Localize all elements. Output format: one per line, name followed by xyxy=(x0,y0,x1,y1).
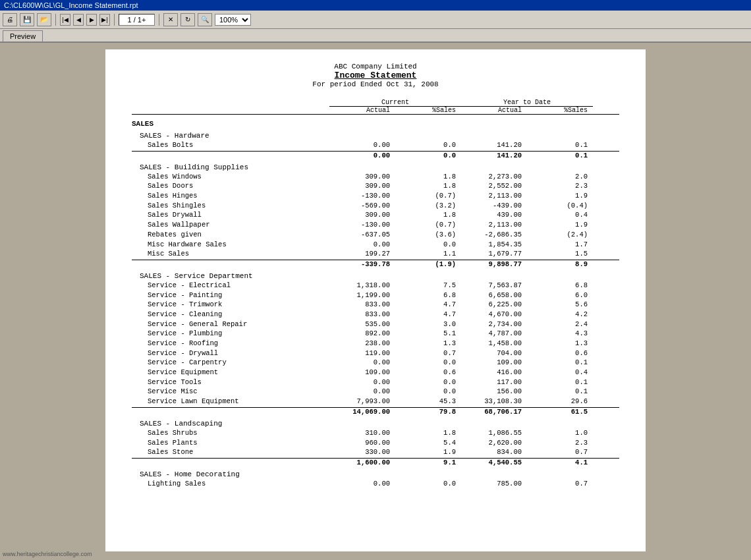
total-label xyxy=(132,152,329,159)
row-ytd-actual: 1,458.00 xyxy=(461,339,527,349)
sep3 xyxy=(159,14,159,26)
total-curr-actual: 14,069.00 xyxy=(329,408,395,416)
nav-last-btn[interactable]: ▶| xyxy=(99,14,110,26)
row-ytd-actual: -2,686.35 xyxy=(461,230,527,240)
table-row: Service - Plumbing 892.00 5.1 4,787.00 4… xyxy=(132,329,619,339)
row-curr-actual: 0.00 xyxy=(329,479,395,489)
row-curr-pct: 0.0 xyxy=(395,358,461,368)
row-curr-pct: 0.0 xyxy=(395,240,461,250)
row-label: Service - Trimwork xyxy=(132,300,329,310)
refresh-btn[interactable]: ↻ xyxy=(181,13,195,26)
landscaping-total: 1,600.00 9.1 4,540.55 4.1 xyxy=(132,458,619,466)
row-label: Service - Drywall xyxy=(132,349,329,358)
row-ytd-pct: 1.3 xyxy=(527,339,593,349)
table-row: Service - Painting 1,199.00 6.8 6,658.00… xyxy=(132,291,619,300)
total-curr-pct: 9.1 xyxy=(395,459,461,466)
row-label: Sales Drywall xyxy=(132,210,329,220)
row-curr-pct: 0.0 xyxy=(395,378,461,387)
row-label: Sales Windows xyxy=(132,172,329,182)
row-ytd-pct: 5.6 xyxy=(527,300,593,310)
row-curr-actual: 309.00 xyxy=(329,181,395,191)
row-ytd-actual: 4,787.00 xyxy=(461,329,527,339)
row-label: Service - Painting xyxy=(132,291,329,300)
page-input[interactable]: 1 / 1+ xyxy=(119,14,155,26)
row-ytd-actual: 33,108.30 xyxy=(461,397,527,406)
total-ytd-pct: 4.1 xyxy=(527,459,593,466)
row-curr-pct: 4.7 xyxy=(395,310,461,320)
row-ytd-actual: 2,273.00 xyxy=(461,172,527,182)
total-curr-pct: 0.0 xyxy=(395,152,461,159)
row-ytd-actual: 7,563.87 xyxy=(461,281,527,291)
table-row: Rebates given -637.05 (3.6) -2,686.35 (2… xyxy=(132,230,619,240)
row-curr-actual: 960.00 xyxy=(329,438,395,448)
row-label: Service - General Repair xyxy=(132,320,329,329)
row-ytd-actual: 109.00 xyxy=(461,358,527,368)
row-ytd-actual: 6,225.00 xyxy=(461,300,527,310)
row-curr-pct: 4.7 xyxy=(395,300,461,310)
row-ytd-actual: 416.00 xyxy=(461,368,527,378)
stop-btn[interactable]: ✕ xyxy=(163,13,178,26)
zoom-select[interactable]: 25% 50% 75% 100% 125% 150% 200% xyxy=(215,14,251,26)
total-ytd-pct: 8.9 xyxy=(527,260,593,268)
row-label: Sales Doors xyxy=(132,181,329,191)
print-btn[interactable]: 🖨 xyxy=(3,13,17,26)
row-curr-actual: 7,993.00 xyxy=(329,397,395,406)
ytd-group-header: Year to Date xyxy=(461,99,593,107)
row-curr-actual: -569.00 xyxy=(329,201,395,211)
row-ytd-pct: 2.3 xyxy=(527,438,593,448)
row-curr-actual: 833.00 xyxy=(329,310,395,320)
sales-header: SALES xyxy=(132,120,619,128)
row-curr-actual: 199.27 xyxy=(329,249,395,259)
row-ytd-pct: 1.7 xyxy=(527,240,593,250)
nav-prev-btn[interactable]: ◀ xyxy=(73,14,84,26)
row-ytd-actual: 141.20 xyxy=(461,140,527,150)
total-curr-pct: 79.8 xyxy=(395,408,461,416)
row-curr-actual: 1,199.00 xyxy=(329,291,395,300)
preview-tab[interactable]: Preview xyxy=(3,30,43,42)
row-ytd-actual: 2,113.00 xyxy=(461,220,527,230)
row-curr-actual: -130.00 xyxy=(329,220,395,230)
row-ytd-pct: 1.0 xyxy=(527,428,593,438)
row-curr-pct: 45.3 xyxy=(395,397,461,406)
row-label: Service - Carpentry xyxy=(132,358,329,368)
row-curr-actual: 238.00 xyxy=(329,339,395,349)
company-name: ABC Company Limited xyxy=(132,63,619,70)
row-label: Sales Stone xyxy=(132,447,329,457)
row-ytd-actual: 156.00 xyxy=(461,387,527,397)
website-footer: www.heritagechristiancollege.com xyxy=(3,551,92,557)
save-btn[interactable]: 💾 xyxy=(20,13,34,26)
nav-next-btn[interactable]: ▶ xyxy=(86,14,97,26)
row-label: Sales Plants xyxy=(132,438,329,448)
row-curr-actual: 0.00 xyxy=(329,140,395,150)
row-curr-pct: (0.7) xyxy=(395,220,461,230)
row-curr-pct: 1.8 xyxy=(395,428,461,438)
row-curr-pct: (0.7) xyxy=(395,191,461,201)
building-supplies-total: -339.78 (1.9) 9,898.77 8.9 xyxy=(132,260,619,268)
table-row: Service Misc 0.00 0.0 156.00 0.1 xyxy=(132,387,619,397)
row-label: Service Lawn Equipment xyxy=(132,397,329,406)
row-curr-actual: 0.00 xyxy=(329,358,395,368)
nav-first-btn[interactable]: |◀ xyxy=(60,14,70,26)
row-curr-actual: -130.00 xyxy=(329,191,395,201)
row-label: Sales Wallpaper xyxy=(132,220,329,230)
row-ytd-pct: 6.0 xyxy=(527,291,593,300)
row-label: Misc Hardware Sales xyxy=(132,240,329,250)
row-curr-actual: 1,318.00 xyxy=(329,281,395,291)
table-row: Service Equipment 109.00 0.6 416.00 0.4 xyxy=(132,368,619,378)
search-btn[interactable]: 🔍 xyxy=(198,13,212,26)
hardware-header: SALES - Hardware xyxy=(132,132,619,140)
row-ytd-actual: 6,658.00 xyxy=(461,291,527,300)
open-btn[interactable]: 📂 xyxy=(37,13,51,26)
table-row: Service Tools 0.00 0.0 117.00 0.1 xyxy=(132,378,619,387)
row-ytd-pct: 0.1 xyxy=(527,358,593,368)
table-row: Service - Trimwork 833.00 4.7 6,225.00 5… xyxy=(132,300,619,310)
toolbar: 🖨 💾 📂 |◀ ◀ ▶ ▶| 1 / 1+ ✕ ↻ 🔍 25% 50% 75%… xyxy=(0,11,751,29)
table-row: Service - General Repair 535.00 3.0 2,73… xyxy=(132,320,619,329)
row-ytd-pct: 0.7 xyxy=(527,447,593,457)
total-ytd-actual: 141.20 xyxy=(461,152,527,159)
total-ytd-pct: 61.5 xyxy=(527,408,593,416)
row-label: Service Tools xyxy=(132,378,329,387)
row-ytd-pct: 1.5 xyxy=(527,249,593,259)
row-curr-actual: 310.00 xyxy=(329,428,395,438)
table-row: Sales Wallpaper -130.00 (0.7) 2,113.00 1… xyxy=(132,220,619,230)
